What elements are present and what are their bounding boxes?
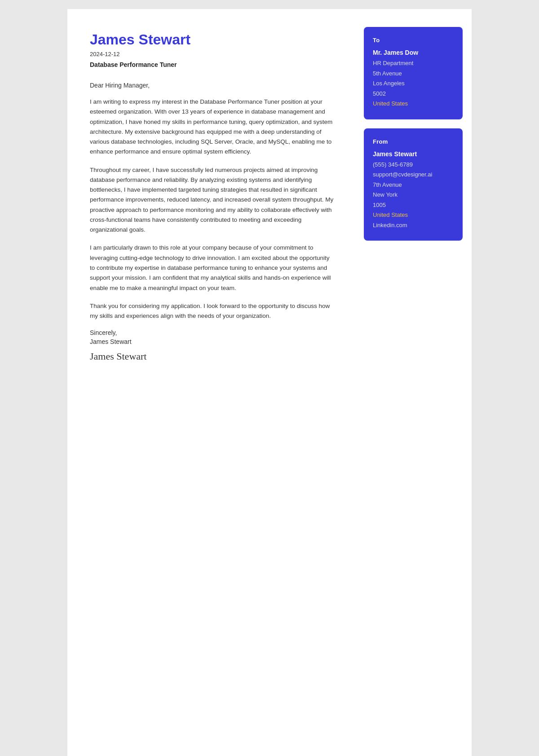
author-name: James Stewart — [90, 31, 335, 48]
from-country: United States — [373, 211, 454, 220]
from-phone: (555) 345-6789 — [373, 160, 454, 169]
paragraph-4: Thank you for considering my application… — [90, 301, 335, 321]
paragraph-1: I am writing to express my interest in t… — [90, 97, 335, 157]
to-name: Mr. James Dow — [373, 49, 454, 56]
signature: James Stewart — [90, 351, 335, 362]
job-title: Database Performance Tuner — [90, 61, 335, 68]
from-city: New York — [373, 190, 454, 199]
date: 2024-12-12 — [90, 51, 335, 57]
to-city: Los Angeles — [373, 79, 454, 88]
closing: Sincerely, — [90, 329, 335, 336]
from-name: James Stewart — [373, 150, 454, 158]
to-zip: 5002 — [373, 89, 454, 98]
to-street: 5th Avenue — [373, 69, 454, 78]
from-section-title: From — [373, 138, 454, 145]
from-card: From James Stewart (555) 345-6789 suppor… — [364, 128, 463, 241]
left-column: James Stewart 2024-12-12 Database Perfor… — [67, 9, 355, 756]
from-street: 7th Avenue — [373, 180, 454, 189]
paragraph-3: I am particularly drawn to this role at … — [90, 243, 335, 293]
page: James Stewart 2024-12-12 Database Perfor… — [67, 9, 472, 756]
from-website: Linkedin.com — [373, 221, 454, 230]
sign-name: James Stewart — [90, 338, 335, 345]
from-email: support@cvdesigner.ai — [373, 170, 454, 179]
paragraph-2: Throughout my career, I have successfull… — [90, 165, 335, 235]
to-card: To Mr. James Dow HR Department 5th Avenu… — [364, 27, 463, 119]
to-country: United States — [373, 99, 454, 108]
right-column: To Mr. James Dow HR Department 5th Avenu… — [355, 9, 472, 756]
from-zip: 1005 — [373, 201, 454, 210]
to-section-title: To — [373, 37, 454, 44]
greeting: Dear Hiring Manager, — [90, 82, 335, 89]
to-department: HR Department — [373, 59, 454, 68]
